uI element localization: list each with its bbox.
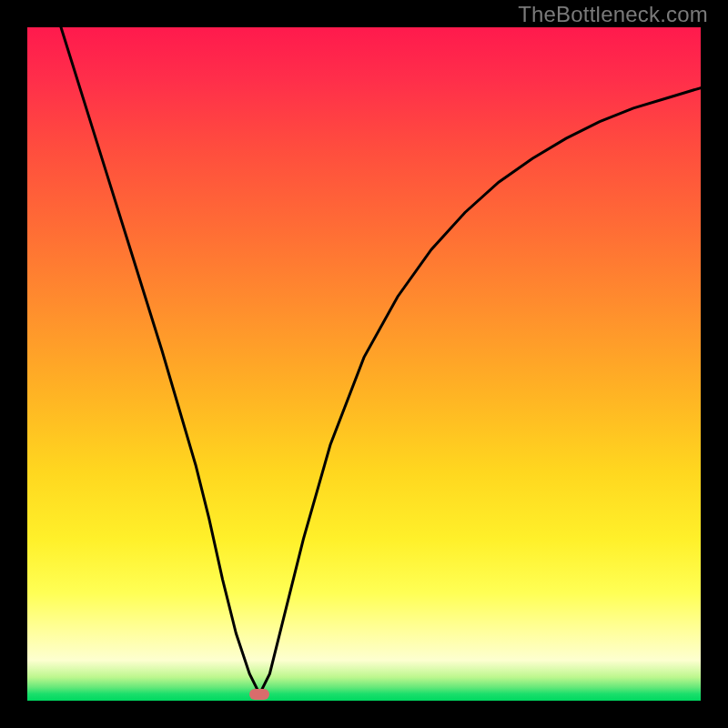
bottleneck-curve: [61, 27, 701, 694]
min-marker: [249, 689, 269, 700]
chart-frame: TheBottleneck.com: [0, 0, 728, 728]
curve-layer: [27, 27, 701, 701]
plot-area: [27, 27, 701, 701]
watermark-text: TheBottleneck.com: [518, 2, 708, 27]
